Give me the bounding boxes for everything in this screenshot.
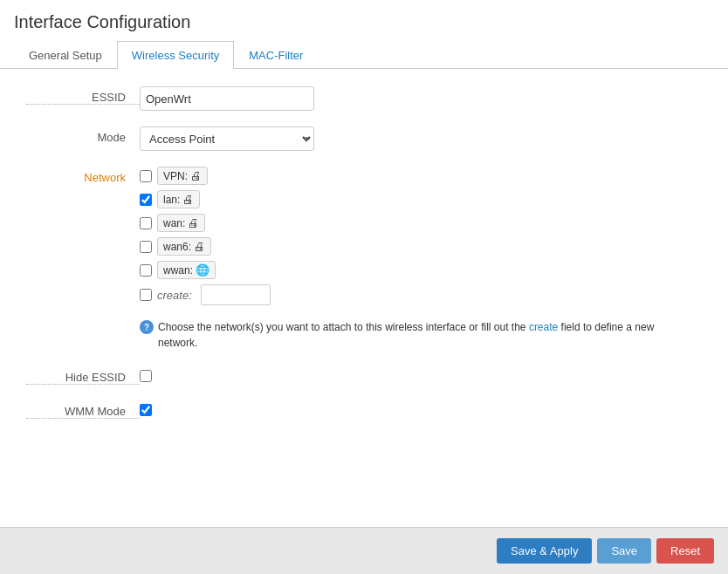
wmm-mode-checkbox[interactable]	[140, 404, 152, 416]
tab-mac-filter[interactable]: MAC-Filter	[234, 41, 318, 69]
mode-row: Mode Access Point Client Ad-Hoc Monitor …	[26, 126, 702, 151]
mode-label: Mode	[26, 126, 140, 144]
network-wwan-icon: 🌐	[196, 263, 209, 277]
reset-button[interactable]: Reset	[656, 538, 714, 564]
essid-label: ESSID	[26, 86, 140, 105]
network-wan-item: wan: 🖨	[140, 214, 663, 232]
network-lan-badge: lan: 🖨	[157, 190, 200, 208]
hide-essid-checkbox[interactable]	[140, 370, 152, 382]
create-label: create:	[157, 289, 192, 302]
wmm-mode-row: WMM Mode	[26, 400, 702, 419]
network-vpn-badge: VPN: 🖨	[157, 167, 208, 185]
create-input[interactable]	[201, 284, 271, 305]
page-title: Interface Configuration	[0, 0, 728, 41]
network-row: Network VPN: 🖨 lan: 🖨	[26, 167, 702, 351]
network-create-checkbox[interactable]	[140, 289, 152, 301]
essid-input[interactable]	[140, 86, 314, 111]
network-vpn-item: VPN: 🖨	[140, 167, 663, 185]
network-wwan-badge: wwan: 🌐	[157, 261, 216, 279]
network-wan-checkbox[interactable]	[140, 217, 152, 229]
network-create-item: create:	[140, 284, 663, 305]
tabs-bar: General Setup Wireless Security MAC-Filt…	[0, 41, 728, 69]
network-wan6-checkbox[interactable]	[140, 241, 152, 253]
network-lan-label: lan:	[163, 194, 180, 206]
network-wan-badge: wan: 🖨	[157, 214, 205, 232]
network-options: VPN: 🖨 lan: 🖨 wan: 🖨	[140, 167, 663, 351]
network-wan-label: wan:	[163, 217, 185, 229]
tab-general[interactable]: General Setup	[14, 41, 117, 69]
network-wan6-item: wan6: 🖨	[140, 237, 663, 256]
mode-select[interactable]: Access Point Client Ad-Hoc Monitor	[140, 126, 314, 151]
network-wwan-item: wwan: 🌐	[140, 261, 663, 279]
network-label: Network	[26, 167, 140, 184]
network-vpn-checkbox[interactable]	[140, 170, 152, 182]
essid-row: ESSID	[26, 86, 702, 111]
help-icon: ?	[140, 320, 154, 334]
hide-essid-label: Hide ESSID	[26, 366, 140, 385]
footer-actions: Save & Apply Save Reset	[0, 527, 728, 574]
hide-essid-row: Hide ESSID	[26, 366, 702, 385]
network-lan-item: lan: 🖨	[140, 190, 663, 208]
help-create-link: create	[529, 321, 558, 333]
network-wan6-label: wan6:	[163, 241, 191, 253]
tab-wireless-security[interactable]: Wireless Security	[117, 41, 234, 69]
network-wan6-badge: wan6: 🖨	[157, 237, 211, 256]
network-wan6-icon: 🖨	[194, 240, 205, 253]
network-wan-icon: 🖨	[188, 216, 199, 229]
network-wwan-checkbox[interactable]	[140, 264, 152, 277]
network-vpn-icon: 🖨	[190, 169, 202, 182]
form-content: ESSID Mode Access Point Client Ad-Hoc Mo…	[0, 69, 728, 504]
network-lan-icon: 🖨	[182, 193, 194, 206]
network-wwan-label: wwan:	[163, 264, 193, 277]
help-text-content: Choose the network(s) you want to attach…	[158, 319, 663, 351]
network-lan-checkbox[interactable]	[140, 194, 152, 206]
mode-select-wrapper: Access Point Client Ad-Hoc Monitor ▾	[140, 126, 314, 151]
network-vpn-label: VPN:	[163, 170, 188, 182]
wmm-mode-label: WMM Mode	[26, 400, 140, 419]
save-button[interactable]: Save	[597, 538, 651, 564]
network-help: ? Choose the network(s) you want to atta…	[140, 319, 663, 351]
page-wrapper: Interface Configuration General Setup Wi…	[0, 0, 728, 574]
save-apply-button[interactable]: Save & Apply	[497, 538, 592, 564]
